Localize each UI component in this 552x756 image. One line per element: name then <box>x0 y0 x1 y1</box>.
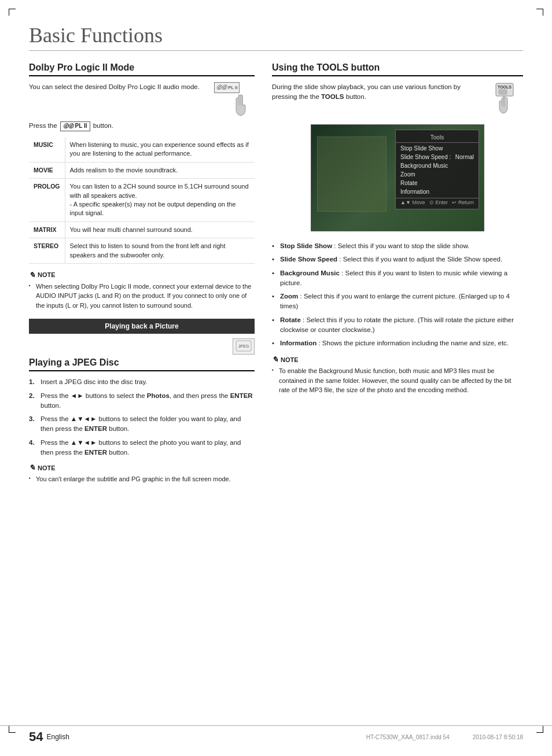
bullet-colon: : <box>301 316 307 323</box>
dolby-badge-text: PL II <box>228 85 237 90</box>
right-column: Using the TOOLS button During the slide … <box>272 62 523 490</box>
mode-desc: When listening to music, you can experie… <box>65 137 255 162</box>
note-icon: ✎ <box>29 463 35 472</box>
step-text: Press the ▲▼◄► buttons to select the pho… <box>41 439 241 456</box>
tools-intro-suffix: button. <box>346 93 366 100</box>
footer-file-info: HT-C7530W_XAA_0817.indd 54 2010-08-17 8:… <box>366 734 523 740</box>
playing-back-banner: Playing back a Picture <box>29 319 255 334</box>
tools-menu-item: Slide Show Speed : Normal <box>396 153 479 161</box>
list-item: 1. Insert a JPEG disc into the disc tray… <box>29 377 255 387</box>
bullet-term: Stop Slide Show <box>280 242 332 249</box>
press-suffix: button. <box>93 122 113 129</box>
footer-date: 2010-08-17 8:50:18 <box>473 734 523 740</box>
tools-menu-footer: ▲▼ Move ⊙ Enter ↩ Return <box>396 198 479 206</box>
mode-desc: You can listen to a 2CH sound source in … <box>65 179 255 222</box>
mode-table: MUSIC When listening to music, you can e… <box>29 137 255 264</box>
mode-desc: Adds realism to the movie soundtrack. <box>65 162 255 178</box>
jpeg-icon-box: JPEG <box>233 338 255 355</box>
list-item: 2. Press the ◄► buttons to select the Ph… <box>29 391 255 411</box>
bullet-term: Slide Show Speed <box>280 256 337 263</box>
tools-menu-item: Zoom <box>396 170 479 179</box>
jpeg-disc-section: Playing a JPEG Disc 1. Insert a JPEG dis… <box>29 357 255 484</box>
dolby-intro-sentence: You can select the desired Dolby Pro Log… <box>29 83 200 90</box>
note-icon: ✎ <box>29 271 35 279</box>
dolby-intro-text: You can select the desired Dolby Pro Log… <box>29 82 208 92</box>
svg-text:JPEG: JPEG <box>238 344 249 348</box>
list-item: 4. Press the ▲▼◄► buttons to select the … <box>29 438 255 458</box>
list-item: Background Music : Select this if you wa… <box>272 268 523 289</box>
table-row: MUSIC When listening to music, you can e… <box>29 137 255 162</box>
tools-remote-icon: TOOLS <box>485 82 523 117</box>
list-item: Slide Show Speed : Select this if you wa… <box>272 255 523 264</box>
tools-remote-svg: TOOLS <box>485 82 523 116</box>
note-label: NOTE <box>38 271 56 278</box>
dolby-note: ✎ NOTE When selecting Dolby Pro Logic II… <box>29 271 255 311</box>
pl2-badge-text: PL II <box>75 123 87 129</box>
corner-mark-tl <box>9 9 16 16</box>
note-label: NOTE <box>281 356 299 363</box>
tools-note: ✎ NOTE To enable the Background Music fu… <box>272 355 523 395</box>
press-line: Press the ⓓⓓ PL II button. <box>29 121 255 131</box>
page-footer: 54 English HT-C7530W_XAA_0817.indd 54 20… <box>0 725 552 744</box>
svg-text:TOOLS: TOOLS <box>498 85 511 89</box>
dolby-badge-symbol: ⓓⓓ <box>216 84 227 90</box>
note-heading: ✎ NOTE <box>29 271 255 279</box>
note-label: NOTE <box>38 464 56 471</box>
note-icon: ✎ <box>272 355 278 364</box>
list-item: Rotate : Select this if you to rotate th… <box>272 315 523 335</box>
bullet-term: Zoom <box>280 293 298 300</box>
menu-item-label: Information <box>400 189 429 195</box>
note-text: To enable the Background Music function,… <box>272 366 523 395</box>
tools-bullet-list: Stop Slide Show : Select this if you wan… <box>272 241 523 348</box>
jpeg-note: ✎ NOTE You can't enlarge the subtitle an… <box>29 463 255 484</box>
tools-menu-panel: Tools Stop Slide Show Slide Show Speed :… <box>395 130 479 209</box>
bullet-colon: : <box>332 242 338 249</box>
jpeg-steps-list: 1. Insert a JPEG disc into the disc tray… <box>29 377 255 458</box>
page-lang: English <box>46 733 69 741</box>
jpeg-icon-area: JPEG <box>29 338 255 355</box>
list-item: Information : Shows the picture informat… <box>272 338 523 348</box>
mode-label: MUSIC <box>29 137 65 162</box>
press-prefix: Press the <box>29 122 57 129</box>
tools-intro-text: During the slide show playback, you can … <box>272 82 480 102</box>
step-text: Insert a JPEG disc into the disc tray. <box>41 378 148 385</box>
tools-heading: Using the TOOLS button <box>272 62 523 76</box>
corner-mark-tr <box>536 9 543 16</box>
hand-icon <box>230 93 252 117</box>
step-number: 2. <box>29 391 35 401</box>
bullet-term: Background Music <box>280 270 340 276</box>
dolby-icon-area: ⓓⓓ PL II <box>214 82 255 117</box>
menu-item-label: Background Music <box>400 163 448 169</box>
bullet-colon: : <box>337 256 343 263</box>
page-title: Basic Functions <box>29 23 523 51</box>
dolby-button-badge: ⓓⓓ PL II <box>60 121 90 131</box>
tools-menu-title: Tools <box>396 132 479 143</box>
bullet-term: Rotate <box>280 316 301 323</box>
dolby-intro-block: You can select the desired Dolby Pro Log… <box>29 82 255 117</box>
mode-table-body: MUSIC When listening to music, you can e… <box>29 137 255 263</box>
dolby-heading: Dolby Pro Logic II Mode <box>29 62 255 76</box>
bullet-desc: Select this if you want to adjust the Sl… <box>343 256 503 263</box>
menu-item-label: Slide Show Speed : <box>400 154 451 160</box>
step-text: Press the ◄► buttons to select the Photo… <box>41 392 253 409</box>
step-number: 3. <box>29 414 35 424</box>
step-text: Press the ▲▼◄► buttons to select the fol… <box>41 415 241 432</box>
mode-label: PROLOG <box>29 179 65 222</box>
menu-item-label: Zoom <box>400 171 415 178</box>
bullet-colon: : <box>317 340 322 346</box>
dolby-pl-badge: ⓓⓓ PL II <box>214 82 240 93</box>
mode-label: STEREO <box>29 238 65 264</box>
footer-filename: HT-C7530W_XAA_0817.indd 54 <box>366 734 450 740</box>
menu-item-label: Stop Slide Show <box>400 145 443 152</box>
list-item: Zoom : Select this if you want to enlarg… <box>272 292 523 312</box>
tools-intro-sentence: During the slide show playback, you can … <box>272 83 461 100</box>
tools-menu-item: Rotate <box>396 179 479 187</box>
bullet-desc: Select this if you want to stop the slid… <box>338 242 470 249</box>
list-item: 3. Press the ▲▼◄► buttons to select the … <box>29 414 255 434</box>
bullet-desc: Select this if you want to enlarge the c… <box>280 293 510 309</box>
step-number: 1. <box>29 377 35 387</box>
photo-preview <box>317 137 387 212</box>
tools-screenshot: Tools Stop Slide Show Slide Show Speed :… <box>272 124 523 233</box>
tools-menu-item: Stop Slide Show <box>396 144 479 153</box>
note-text: You can't enlarge the subtitle and PG gr… <box>29 474 255 484</box>
